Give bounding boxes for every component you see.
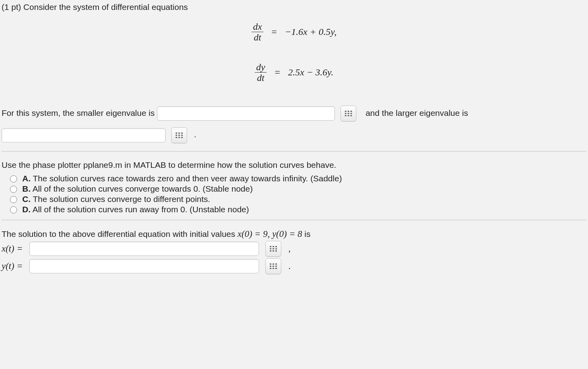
svg-rect-0 (345, 111, 346, 112)
keypad-button[interactable] (171, 127, 187, 143)
eq2-rhs: 2.5x − 3.6y. (284, 62, 337, 83)
option-c-label: The solution curves converge to differen… (33, 194, 210, 204)
divider (2, 151, 586, 152)
svg-rect-24 (270, 250, 271, 252)
svg-rect-10 (178, 133, 180, 134)
equals-sign: = (267, 21, 281, 43)
svg-rect-26 (275, 250, 277, 252)
eigen-period: . (194, 130, 196, 139)
keypad-button[interactable] (340, 106, 356, 121)
eigenvalue-question: For this system, the smaller eigenvalue … (2, 102, 586, 146)
svg-rect-5 (350, 113, 352, 114)
eq2-lhs-fraction: dy dt (255, 62, 267, 83)
svg-rect-30 (270, 265, 271, 267)
larger-eigenvalue-input[interactable] (2, 133, 165, 146)
y-of-t-input[interactable] (30, 259, 259, 272)
eq1-rhs: −1.6x + 0.5y, (281, 21, 340, 43)
phase-plot-prompt: Use the phase plotter pplane9.m in MATLA… (2, 160, 586, 170)
options-group: A. The solution curves race towards zero… (8, 174, 586, 214)
svg-rect-18 (270, 246, 271, 247)
svg-rect-17 (181, 137, 183, 138)
eigen-between-text: and the larger eigenvalue is (366, 108, 468, 117)
option-a-text: A. The solution curves race towards zero… (22, 174, 342, 183)
x-of-t-input[interactable] (30, 242, 259, 255)
keypad-icon (270, 263, 277, 269)
svg-rect-32 (275, 265, 277, 267)
solution-intro-before: The solution to the above differential e… (2, 229, 238, 238)
svg-rect-20 (275, 246, 277, 247)
svg-rect-23 (275, 248, 277, 249)
svg-rect-12 (176, 135, 177, 136)
option-c-radio[interactable] (10, 196, 17, 203)
larger-eigenvalue-box (2, 128, 166, 142)
problem-prompt: (1 pt) Consider the system of differenti… (2, 2, 586, 12)
option-b[interactable]: B. All of the solution curves converge t… (8, 184, 586, 194)
keypad-button[interactable] (265, 241, 281, 257)
solution-intro-after: is (302, 229, 310, 238)
equation-1: dx dt = −1.6x + 0.5y, (248, 21, 341, 43)
svg-rect-19 (273, 246, 274, 247)
initial-conditions: x(0) = 9, y(0) = 8 (238, 229, 302, 239)
svg-rect-7 (348, 115, 349, 116)
equals-sign: = (271, 62, 284, 83)
svg-rect-31 (273, 265, 274, 267)
y-of-t-label: y(t) = (2, 261, 26, 271)
option-a-label: The solution curves race towards zero an… (33, 174, 342, 183)
svg-rect-29 (275, 263, 277, 265)
option-d-text: D. All of the solution curves run away f… (22, 205, 249, 214)
solution-intro: The solution to the above differential e… (2, 229, 586, 239)
x-of-t-label: x(t) = (2, 244, 26, 254)
keypad-icon (345, 111, 352, 116)
svg-rect-11 (181, 133, 183, 134)
svg-rect-14 (181, 135, 183, 136)
svg-rect-28 (273, 263, 274, 265)
option-d[interactable]: D. All of the solution curves run away f… (8, 205, 586, 214)
x-comma: , (288, 244, 291, 254)
option-c-text: C. The solution curves converge to diffe… (22, 194, 210, 204)
svg-rect-6 (345, 115, 346, 116)
svg-rect-33 (270, 268, 271, 269)
divider (2, 220, 586, 220)
option-d-label: All of the solution curves run away from… (33, 205, 249, 214)
y-of-t-box (29, 259, 259, 273)
option-b-radio[interactable] (10, 186, 17, 193)
eq1-lhs-fraction: dx dt (251, 21, 264, 43)
svg-rect-34 (273, 268, 274, 269)
keypad-icon (176, 133, 183, 138)
eq2-lhs-den: dt (255, 72, 267, 83)
option-d-radio[interactable] (10, 206, 17, 213)
svg-rect-8 (350, 115, 352, 116)
equations-block: dx dt = −1.6x + 0.5y, dy dt = 2.5x − 3.6… (2, 21, 586, 86)
svg-rect-2 (350, 111, 352, 112)
points-label: (1 pt) (2, 2, 23, 12)
option-b-label: All of the solution curves converge towa… (33, 184, 253, 193)
svg-rect-13 (178, 135, 180, 136)
option-c[interactable]: C. The solution curves converge to diffe… (8, 194, 586, 204)
x-of-t-box (29, 242, 259, 256)
eq2-lhs-num: dy (255, 62, 267, 72)
eq1-lhs-num: dx (251, 21, 264, 32)
svg-rect-16 (178, 137, 180, 138)
smaller-eigenvalue-input[interactable] (157, 112, 335, 125)
option-a-radio[interactable] (10, 175, 17, 183)
keypad-button[interactable] (265, 258, 281, 274)
svg-rect-15 (176, 137, 177, 138)
y-period: . (288, 261, 291, 271)
equation-2: dy dt = 2.5x − 3.6y. (251, 62, 337, 83)
svg-rect-22 (273, 248, 274, 249)
eigen-before-text: For this system, the smaller eigenvalue … (2, 108, 155, 117)
prompt-intro: Consider the system of differential equa… (23, 2, 188, 12)
svg-rect-25 (273, 250, 274, 252)
smaller-eigenvalue-box (157, 106, 335, 121)
svg-rect-35 (275, 268, 277, 269)
svg-rect-3 (345, 113, 346, 114)
svg-rect-21 (270, 248, 271, 249)
keypad-icon (270, 246, 277, 252)
svg-rect-1 (348, 111, 349, 112)
svg-rect-27 (270, 263, 271, 265)
svg-rect-9 (176, 133, 177, 134)
option-b-text: B. All of the solution curves converge t… (22, 184, 253, 194)
svg-rect-4 (348, 113, 349, 114)
option-a[interactable]: A. The solution curves race towards zero… (8, 174, 586, 183)
eq1-lhs-den: dt (251, 32, 264, 42)
